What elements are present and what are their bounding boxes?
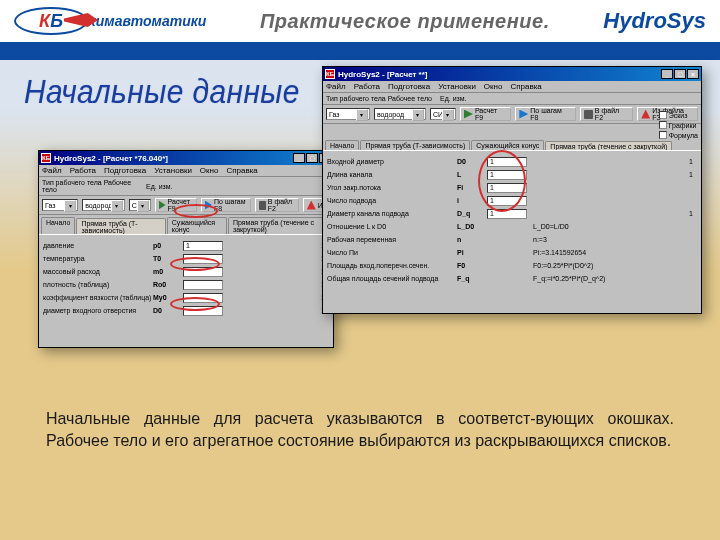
menu-help[interactable]: Справка bbox=[226, 166, 257, 175]
combo-row: Тип рабочего тела Рабочее тело Ед. изм. bbox=[39, 177, 333, 196]
tab-pipe-swirl[interactable]: Прямая труба (течение с закруткой) bbox=[228, 217, 331, 234]
type-select[interactable]: Газ bbox=[326, 108, 370, 120]
data-row: Число ПиPiPi:=3.141592654 bbox=[327, 246, 697, 259]
param-input[interactable]: 1 bbox=[487, 196, 527, 206]
param-note: F0:=0.25*Pi*(D0^2) bbox=[527, 262, 677, 269]
tabs: Начало Прямая труба (Т-зависимость) Сужа… bbox=[39, 215, 333, 234]
data-row: Число подводаi1 bbox=[327, 194, 697, 207]
titlebar[interactable]: КБ HydroSys2 - [Расчет **] _ □ × bbox=[323, 67, 701, 81]
data-row: Отношение L к D0L_D0L_D0=L/D0 bbox=[327, 220, 697, 233]
param-input[interactable] bbox=[183, 293, 223, 303]
param-input[interactable] bbox=[183, 306, 223, 316]
param-input[interactable] bbox=[183, 267, 223, 277]
param-label: Угол закр.потока bbox=[327, 184, 457, 191]
maximize-button[interactable]: □ bbox=[306, 153, 318, 163]
param-note: F_q:=i*0.25*Pi*(D_q^2) bbox=[527, 275, 677, 282]
tab-pipe-t[interactable]: Прямая труба (Т-зависимость) bbox=[76, 218, 165, 235]
param-label: Диаметр канала подвода bbox=[327, 210, 457, 217]
menu-prep[interactable]: Подготовка bbox=[388, 82, 430, 91]
param-symbol: D0 bbox=[457, 158, 487, 165]
menubar: Файл Работа Подготовка Установки Окно Сп… bbox=[323, 81, 701, 93]
type-select[interactable]: Газ bbox=[42, 199, 78, 211]
param-input[interactable]: 1 bbox=[487, 183, 527, 193]
param-label: Длина канала bbox=[327, 171, 457, 178]
body-select[interactable]: водород bbox=[82, 199, 125, 211]
unit-select[interactable]: СИ bbox=[129, 199, 151, 211]
step-button[interactable]: По шагам F8 bbox=[515, 107, 576, 121]
calc-button[interactable]: Расчет F9 bbox=[155, 198, 197, 212]
param-unit: 1 bbox=[223, 294, 329, 301]
param-symbol: L_D0 bbox=[457, 223, 487, 230]
type-label: Тип рабочего тела Рабочее тело bbox=[42, 179, 142, 193]
unit-select[interactable]: СИ bbox=[430, 108, 456, 120]
param-unit: 1 bbox=[223, 242, 329, 249]
load-icon bbox=[641, 110, 650, 119]
app-window-1: КБ HydroSys2 - [Расчет *76.040*] _ □ × Ф… bbox=[38, 150, 334, 348]
menu-help[interactable]: Справка bbox=[510, 82, 541, 91]
menu-prep[interactable]: Подготовка bbox=[104, 166, 146, 175]
formula-checkbox[interactable] bbox=[659, 131, 667, 139]
menu-settings[interactable]: Установки bbox=[154, 166, 192, 175]
param-note: Pi:=3.141592654 bbox=[527, 249, 677, 256]
param-label: массовый расход bbox=[43, 268, 153, 275]
graphs-checkbox[interactable] bbox=[659, 121, 667, 129]
calc-button[interactable]: Расчет F9 bbox=[460, 107, 511, 121]
menu-settings[interactable]: Установки bbox=[438, 82, 476, 91]
menu-file[interactable]: Файл bbox=[326, 82, 346, 91]
logo: КБ химавтоматики bbox=[14, 7, 206, 35]
data-row: Площадь вход.поперечн.сечен.F0F0:=0.25*P… bbox=[327, 259, 697, 272]
param-symbol: p0 bbox=[153, 242, 183, 249]
param-symbol: F0 bbox=[457, 262, 487, 269]
param-unit: 1 bbox=[677, 171, 697, 178]
step-button[interactable]: По шагам F8 bbox=[201, 198, 251, 212]
param-input[interactable]: 1 bbox=[183, 241, 223, 251]
minimize-button[interactable]: _ bbox=[293, 153, 305, 163]
param-input[interactable] bbox=[183, 254, 223, 264]
formula-label: Формула bbox=[669, 132, 698, 139]
tofile-button[interactable]: В файл F2 bbox=[580, 107, 633, 121]
param-label: диаметр входного отверстия bbox=[43, 307, 153, 314]
param-symbol: D0 bbox=[153, 307, 183, 314]
tab-pipe-t[interactable]: Прямая труба (Т-зависимость) bbox=[360, 140, 470, 150]
data-row: Рабочая переменнаяnn:=3 bbox=[327, 233, 697, 246]
param-input[interactable]: 1 bbox=[487, 209, 527, 219]
minimize-button[interactable]: _ bbox=[661, 69, 673, 79]
param-input[interactable] bbox=[183, 280, 223, 290]
tofile-button[interactable]: В файл F2 bbox=[255, 198, 299, 212]
logo-subtext: химавтоматики bbox=[88, 13, 206, 29]
combo-row2: Газ водород СИ Расчет F9 По шагам F8 В ф… bbox=[323, 105, 701, 124]
logo-oval: КБ bbox=[14, 7, 88, 35]
maximize-button[interactable]: □ bbox=[674, 69, 686, 79]
sketch-checkbox[interactable] bbox=[659, 111, 667, 119]
menu-window[interactable]: Окно bbox=[200, 166, 219, 175]
play-icon bbox=[159, 201, 166, 210]
param-label: температура bbox=[43, 255, 153, 262]
data-row: давлениеp011 bbox=[43, 239, 329, 252]
param-label: Отношение L к D0 bbox=[327, 223, 457, 230]
menu-work[interactable]: Работа bbox=[70, 166, 96, 175]
data-row: температураT01 bbox=[43, 252, 329, 265]
param-note: n:=3 bbox=[527, 236, 677, 243]
tab-start[interactable]: Начало bbox=[325, 140, 359, 150]
param-label: давление bbox=[43, 242, 153, 249]
param-label: плотность (таблица) bbox=[43, 281, 153, 288]
param-symbol: m0 bbox=[153, 268, 183, 275]
tab-cone[interactable]: Сужающийся конус bbox=[167, 217, 227, 234]
param-input[interactable]: 1 bbox=[487, 170, 527, 180]
data-row: Диаметр канала подводаD_q11 bbox=[327, 207, 697, 220]
body-select[interactable]: водород bbox=[374, 108, 426, 120]
param-label: Входной диаметр bbox=[327, 158, 457, 165]
sketch-label: Эскиз bbox=[669, 112, 688, 119]
ed-label: Ед. изм. bbox=[146, 183, 173, 190]
tab-start[interactable]: Начало bbox=[41, 217, 75, 234]
tab-cone[interactable]: Сужающийся конус bbox=[471, 140, 544, 150]
disk-icon bbox=[259, 201, 266, 210]
menu-window[interactable]: Окно bbox=[484, 82, 503, 91]
param-unit: 1 bbox=[677, 158, 697, 165]
menu-work[interactable]: Работа bbox=[354, 82, 380, 91]
titlebar[interactable]: КБ HydroSys2 - [Расчет *76.040*] _ □ × bbox=[39, 151, 333, 165]
close-button[interactable]: × bbox=[687, 69, 699, 79]
param-input[interactable]: 1 bbox=[487, 157, 527, 167]
param-unit: 1 bbox=[223, 281, 329, 288]
menu-file[interactable]: Файл bbox=[42, 166, 62, 175]
